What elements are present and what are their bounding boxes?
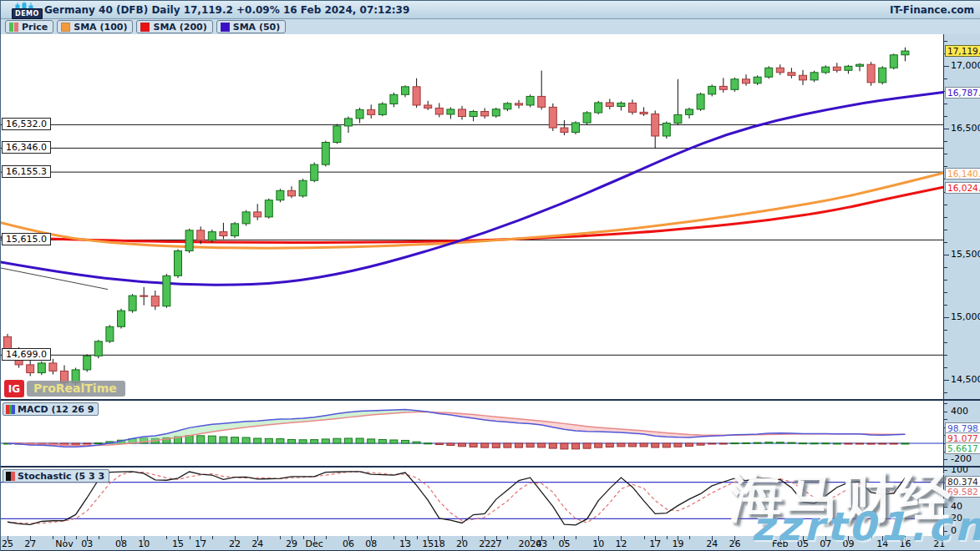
prorealtime-text: ProRealTime (27, 381, 125, 397)
date-axis-label: 19 (672, 538, 683, 549)
date-axis-label: 29 (286, 538, 297, 549)
axis-tick (944, 66, 949, 67)
legend-label: SMA (50) (233, 22, 281, 33)
date-axis-label: 24 (251, 538, 263, 549)
axis-tick (944, 78, 947, 79)
date-tick (667, 536, 668, 539)
axis-tick (944, 154, 947, 154)
date-axis-label: Nov (55, 538, 73, 549)
date-axis-label: 17 (649, 538, 661, 549)
legend-bar: Price SMA (100) SMA (200) SMA (50) (1, 19, 980, 34)
sma200-swatch-icon (140, 23, 150, 32)
axis-tick (944, 292, 947, 293)
date-tick (53, 536, 53, 539)
brand-link[interactable]: IT-Finance.com (890, 4, 974, 16)
date-tick (394, 536, 394, 539)
macd-label[interactable]: MACD (12 26 9 (3, 402, 99, 416)
axis-tick (944, 317, 949, 318)
axis-tick (944, 380, 949, 381)
date-tick (689, 536, 690, 539)
date-axis-label: 12 (615, 538, 627, 549)
price-panel[interactable] (1, 34, 943, 399)
sma100-swatch-icon (61, 23, 70, 32)
date-tick (576, 536, 576, 539)
date-axis-label: 08 (365, 538, 377, 549)
price-axis-label: 15,500 (951, 249, 980, 260)
level-label: 16,532.0 (2, 118, 51, 130)
legend-label: Price (22, 22, 48, 33)
level-label: 16,155.3 (2, 165, 51, 178)
date-axis-label: 08 (115, 538, 127, 549)
date-axis-label: 17 (195, 538, 206, 549)
date-tick (507, 536, 508, 539)
axis-tick (944, 129, 949, 129)
date-tick (99, 536, 99, 539)
date-tick (76, 536, 77, 539)
axis-tick (944, 305, 947, 306)
sma200-value-box: 16,024.. (945, 182, 980, 194)
sma50-swatch-icon (221, 23, 230, 32)
price-axis-label: 16,500 (951, 123, 980, 134)
axis-tick (944, 255, 949, 255)
chart-title: Germany 40 (DFB) Daily 17,119.2 +0.09% 1… (44, 4, 409, 16)
axis-tick (944, 230, 947, 230)
axis-tick (944, 141, 947, 142)
date-tick (326, 536, 327, 539)
level-label: 16,346.0 (2, 141, 51, 154)
macd-hist-value-box: 5.6617 (945, 442, 980, 454)
axis-tick (944, 412, 947, 412)
date-tick (190, 536, 190, 539)
last-price-box: 17,119.. (945, 45, 980, 57)
axis-tick (944, 367, 947, 368)
axis-tick (944, 403, 947, 404)
date-tick (303, 536, 304, 539)
stochastic-label-text: Stochastic (5 3 3 (18, 471, 104, 482)
prorealtime-logo[interactable]: IG ProRealTime (4, 379, 125, 398)
legend-item-sma200[interactable]: SMA (200) (136, 20, 212, 33)
date-axis-label: 20 (456, 538, 468, 549)
demo-badge: DEMO (12, 8, 43, 19)
date-axis-label: 10 (138, 538, 150, 549)
level-label: 14,699.0 (2, 348, 51, 361)
sma100-value-box: 16,140.. (945, 168, 980, 179)
date-axis-label: 27 (24, 538, 36, 549)
axis-tick (944, 205, 947, 205)
date-axis-label: 22 (479, 538, 490, 549)
panel-separator (1, 399, 980, 401)
level-label: 15,615.0 (2, 233, 51, 245)
date-axis-label: 03 (81, 538, 93, 549)
price-axis-label: 17,000 (951, 60, 980, 71)
date-axis-label: 27 (490, 538, 502, 549)
legend-item-sma50[interactable]: SMA (50) (216, 20, 287, 33)
legend-label: SMA (100) (74, 22, 127, 33)
macd-axis-label: 400 (951, 406, 968, 417)
date-axis-label: Dec (306, 538, 323, 549)
axis-tick (944, 116, 947, 117)
legend-item-sma100[interactable]: SMA (100) (57, 20, 133, 33)
date-tick (212, 536, 213, 539)
date-axis-label: 26 (729, 538, 740, 549)
axis-tick (944, 459, 947, 460)
date-axis-label: 05 (558, 538, 570, 549)
legend-item-price[interactable]: Price (5, 20, 53, 33)
date-tick (280, 536, 281, 539)
date-axis-label: 24 (706, 538, 718, 549)
axis-tick (944, 392, 947, 393)
price-axis-label: 15,000 (951, 311, 980, 322)
date-axis-label: 10 (592, 538, 604, 549)
axis-tick (944, 355, 947, 356)
axis-tick (944, 280, 947, 281)
date-axis-label: 18 (434, 538, 445, 549)
date-axis-label: 15 (172, 538, 184, 549)
date-axis-label: 22 (229, 538, 241, 549)
date-tick (166, 536, 167, 539)
ig-logo: IG (4, 380, 24, 397)
price-axis-label: 14,500 (951, 374, 980, 385)
macd-panel[interactable] (1, 401, 943, 466)
stochastic-label[interactable]: Stochastic (5 3 3 (3, 469, 109, 483)
date-axis-label: 03 (536, 538, 547, 549)
sma50-value-box: 16,787.. (945, 87, 980, 99)
date-tick (644, 536, 645, 539)
price-axis-gutter: 17,00016,50015,50015,00014,500400200-200… (943, 34, 980, 536)
legend-label: SMA (200) (153, 22, 206, 33)
